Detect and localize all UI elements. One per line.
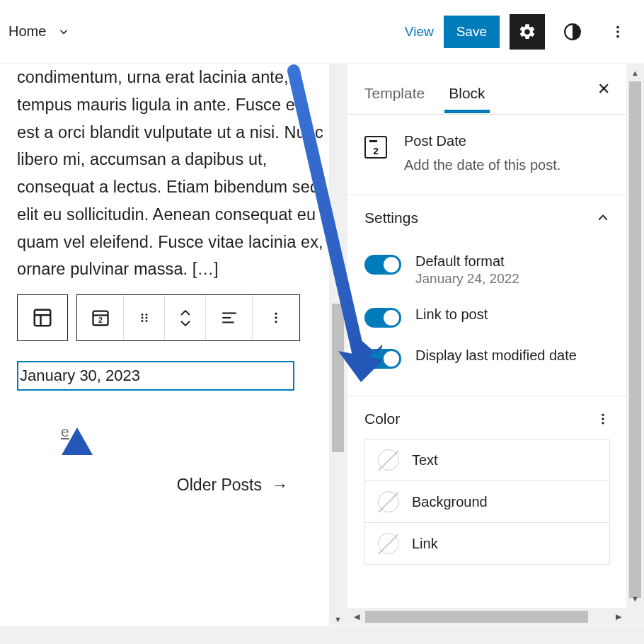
post-date-icon: 2: [91, 308, 110, 328]
block-toolbar: 2: [17, 294, 323, 341]
arrow-right-icon: →: [272, 476, 288, 494]
post-excerpt[interactable]: condimentum, urna erat lacinia ante, a t…: [17, 64, 323, 283]
color-option-label: Background: [412, 494, 488, 510]
mover-buttons[interactable]: [165, 295, 206, 340]
color-swatch-empty: [378, 449, 399, 471]
styles-button[interactable]: [555, 14, 590, 50]
scroll-down-button[interactable]: ▼: [626, 590, 644, 607]
scrollbar-thumb[interactable]: [629, 81, 641, 598]
setting-link-to-post: Link to post: [364, 297, 610, 338]
scroll-down-button[interactable]: ▼: [329, 610, 347, 628]
svg-point-2: [616, 30, 619, 33]
svg-point-22: [602, 414, 604, 416]
tab-template[interactable]: Template: [364, 85, 425, 112]
vertical-dots-icon: [610, 24, 626, 40]
chevron-up-icon: [596, 211, 610, 225]
setting-display-last-modified: Display last modified date: [364, 338, 610, 379]
vertical-dots-icon: [596, 412, 610, 426]
editor-canvas[interactable]: condimentum, urna erat lacinia ante, a t…: [0, 64, 347, 626]
setting-default-format: Default format January 24, 2022: [364, 243, 610, 297]
parent-block-button[interactable]: [17, 294, 68, 341]
setting-sublabel: January 24, 2022: [415, 271, 519, 287]
svg-point-14: [141, 320, 143, 322]
post-date-icon: 2: [364, 136, 387, 159]
options-button[interactable]: [600, 14, 636, 50]
scrollbar-thumb[interactable]: [365, 611, 588, 623]
svg-point-15: [145, 320, 147, 322]
color-option-label: Link: [412, 536, 438, 552]
svg-point-21: [275, 321, 277, 323]
gear-icon: [518, 23, 536, 41]
contrast-icon: [563, 23, 582, 41]
svg-point-23: [602, 418, 604, 420]
home-label: Home: [8, 23, 46, 40]
close-sidebar-button[interactable]: ✕: [597, 80, 610, 98]
sidebar-scrollbar[interactable]: ▲ ▼: [626, 64, 644, 626]
align-button[interactable]: [206, 295, 253, 340]
color-option-label: Text: [412, 452, 438, 468]
block-title: Post Date: [404, 133, 560, 149]
query-loop-icon: [32, 307, 53, 328]
svg-point-12: [141, 317, 143, 319]
svg-text:2: 2: [98, 316, 103, 324]
color-option-link[interactable]: Link: [365, 523, 609, 564]
scrollbar-thumb[interactable]: [332, 304, 344, 452]
sidebar-horizontal-scrollbar[interactable]: ◀ ▶: [347, 608, 627, 626]
svg-point-13: [145, 317, 147, 319]
scroll-left-button[interactable]: ◀: [347, 608, 365, 626]
save-button[interactable]: Save: [444, 16, 500, 48]
block-info-panel: 2 Post Date Add the date of this post.: [347, 115, 627, 195]
settings-panel-toggle[interactable]: Settings: [347, 195, 627, 241]
color-title: Color: [364, 410, 400, 427]
drag-icon: [138, 311, 151, 324]
color-options-list: Text Background Link: [364, 439, 610, 565]
setting-label: Link to post: [415, 306, 488, 323]
color-swatch-empty: [378, 491, 399, 512]
align-icon: [220, 309, 238, 327]
setting-label: Display last modified date: [415, 347, 577, 364]
tab-block[interactable]: Block: [449, 85, 485, 112]
color-panel-toggle[interactable]: Color: [347, 396, 627, 439]
svg-point-10: [141, 314, 143, 316]
hidden-text-fragment: e: [61, 423, 69, 440]
view-link[interactable]: View: [405, 24, 434, 40]
color-option-text[interactable]: Text: [365, 439, 609, 481]
toggle-last-modified[interactable]: [364, 349, 401, 369]
svg-point-24: [602, 422, 604, 424]
setting-label: Default format: [415, 253, 519, 270]
svg-point-3: [616, 35, 619, 38]
chevron-down-icon: [57, 25, 70, 38]
home-menu[interactable]: Home: [8, 23, 70, 40]
block-description: Add the date of this post.: [404, 155, 560, 175]
older-posts-label: Older Posts: [177, 476, 262, 494]
block-type-button[interactable]: 2: [77, 295, 124, 340]
svg-point-11: [145, 314, 147, 316]
toggle-default-format[interactable]: [364, 255, 401, 275]
svg-point-20: [275, 316, 277, 318]
move-up-icon: [179, 309, 192, 317]
older-posts-link[interactable]: Older Posts→: [17, 476, 323, 495]
settings-button[interactable]: [510, 14, 545, 50]
scroll-up-button[interactable]: ▲: [626, 64, 644, 81]
scroll-right-button[interactable]: ▶: [609, 608, 627, 626]
vertical-dots-icon: [269, 311, 283, 325]
block-options-button[interactable]: [253, 295, 299, 340]
post-date-block[interactable]: January 30, 2023: [17, 361, 294, 391]
color-option-background[interactable]: Background: [365, 481, 609, 523]
move-down-icon: [179, 319, 192, 328]
svg-point-1: [616, 25, 619, 28]
svg-point-19: [275, 313, 277, 315]
drag-handle[interactable]: [124, 295, 165, 340]
editor-scrollbar[interactable]: ▼: [329, 64, 347, 626]
color-swatch-empty: [378, 533, 399, 554]
toggle-link-to-post[interactable]: [364, 308, 401, 328]
svg-rect-4: [35, 310, 51, 326]
settings-title: Settings: [364, 209, 418, 226]
